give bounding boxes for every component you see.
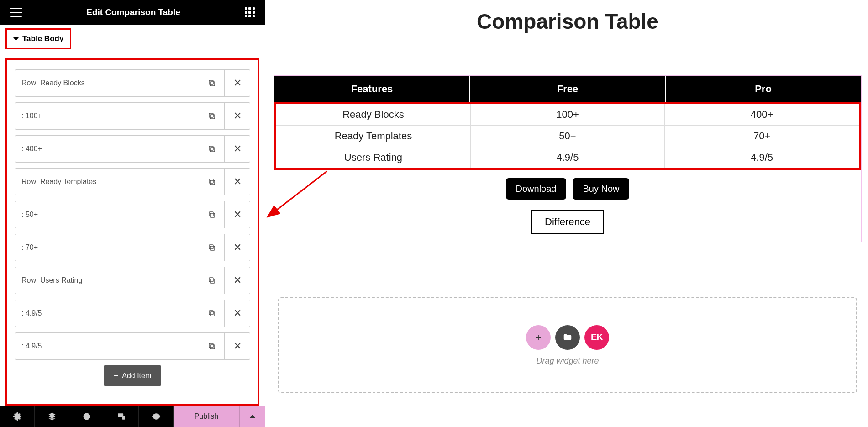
table-header-row: Features Free Pro (274, 76, 861, 102)
svg-rect-15 (209, 311, 213, 315)
delete-icon[interactable]: ✕ (224, 136, 250, 162)
duplicate-icon[interactable] (199, 169, 224, 195)
add-item-label: Add Item (122, 372, 151, 380)
table-cell: 4.9/5 (665, 147, 859, 169)
settings-icon[interactable] (0, 406, 35, 427)
folder-icon (563, 332, 573, 343)
repeater-item[interactable]: : 400+ ✕ (15, 135, 250, 163)
table-cell: Ready Templates (276, 126, 470, 147)
svg-rect-4 (210, 148, 215, 152)
preview-canvas: Comparison Table Features Free Pro (267, 0, 868, 427)
table-header-cell: Pro (665, 76, 861, 102)
repeater-item-label[interactable]: : 50+ (15, 201, 199, 228)
drop-zone-buttons: + EK (526, 325, 609, 350)
repeater-item[interactable]: : 100+ ✕ (15, 102, 250, 130)
editor-sidebar: Edit Comparison Table Table Body Row: Re… (0, 0, 265, 427)
repeater-item-label[interactable]: : 70+ (15, 234, 199, 261)
duplicate-icon[interactable] (199, 300, 224, 327)
drop-zone[interactable]: + EK Drag widget here (278, 297, 857, 393)
table-header-cell: Free (470, 76, 665, 102)
table-body-highlight: Ready Blocks 100+ 400+ Ready Templates 5… (274, 102, 861, 170)
repeater-item[interactable]: : 70+ ✕ (15, 234, 250, 261)
add-template-button[interactable] (555, 325, 580, 350)
publish-button[interactable]: Publish (174, 406, 239, 427)
repeater-item[interactable]: Row: Ready Blocks ✕ (15, 69, 250, 97)
publish-area: Publish (174, 406, 265, 427)
elementskit-button[interactable]: EK (584, 325, 609, 350)
responsive-icon[interactable] (104, 406, 139, 427)
svg-rect-2 (210, 115, 215, 119)
comparison-table-widget[interactable]: Features Free Pro Ready Blocks 100+ (274, 75, 862, 242)
duplicate-icon[interactable] (199, 234, 224, 261)
svg-rect-14 (210, 312, 215, 316)
duplicate-icon[interactable] (199, 201, 224, 228)
difference-button[interactable]: Difference (531, 210, 604, 234)
download-button[interactable]: Download (506, 178, 567, 200)
items-container: Row: Ready Blocks ✕ : 100+ ✕ : 400+ ✕ Ro… (5, 58, 259, 406)
difference-row: Difference (274, 204, 861, 242)
delete-icon[interactable]: ✕ (224, 201, 250, 228)
plus-icon: + (114, 371, 119, 380)
table-cell: 100+ (470, 104, 664, 126)
svg-rect-17 (209, 343, 213, 348)
table-row: Ready Blocks 100+ 400+ (276, 104, 859, 126)
table-cell: Ready Blocks (276, 104, 470, 126)
delete-icon[interactable]: ✕ (224, 103, 250, 129)
svg-rect-9 (209, 212, 213, 216)
duplicate-icon[interactable] (199, 70, 224, 96)
table-cell: Users Rating (276, 147, 470, 169)
apps-grid-icon[interactable] (245, 7, 255, 17)
delete-icon[interactable]: ✕ (224, 300, 250, 327)
repeater-item-label[interactable]: : 4.9/5 (15, 333, 199, 359)
svg-rect-0 (210, 82, 215, 86)
svg-rect-5 (209, 146, 213, 150)
table-cell: 400+ (665, 104, 859, 126)
repeater-item-label[interactable]: : 4.9/5 (15, 300, 199, 327)
delete-icon[interactable]: ✕ (224, 169, 250, 195)
duplicate-icon[interactable] (199, 103, 224, 129)
section-tab-label: Table Body (22, 34, 63, 43)
table-row: Ready Templates 50+ 70+ (276, 126, 859, 147)
svg-rect-7 (209, 179, 213, 183)
svg-rect-11 (209, 245, 213, 249)
repeater-item-label[interactable]: Row: Ready Blocks (15, 70, 199, 96)
repeater-item[interactable]: Row: Users Rating ✕ (15, 267, 250, 294)
table-cell: 4.9/5 (470, 147, 664, 169)
ek-logo-text: EK (591, 332, 603, 343)
repeater-item[interactable]: : 50+ ✕ (15, 201, 250, 228)
svg-rect-6 (210, 180, 215, 185)
section-tab-table-body[interactable]: Table Body (5, 28, 71, 49)
table-row: Users Rating 4.9/5 4.9/5 (276, 147, 859, 169)
panel-title: Edit Comparison Table (86, 7, 180, 17)
svg-rect-12 (210, 279, 215, 283)
preview-icon[interactable] (139, 406, 174, 427)
drop-zone-text: Drag widget here (536, 356, 599, 366)
buy-now-button[interactable]: Buy Now (573, 178, 629, 200)
delete-icon[interactable]: ✕ (224, 70, 250, 96)
svg-point-20 (155, 416, 157, 418)
bottom-toolbar: Publish (0, 406, 265, 427)
duplicate-icon[interactable] (199, 136, 224, 162)
svg-rect-3 (209, 113, 213, 117)
delete-icon[interactable]: ✕ (224, 234, 250, 261)
duplicate-icon[interactable] (199, 267, 224, 294)
duplicate-icon[interactable] (199, 333, 224, 359)
repeater-item-label[interactable]: Row: Users Rating (15, 267, 199, 294)
repeater-item-label[interactable]: : 100+ (15, 103, 199, 129)
comparison-table: Features Free Pro Ready Blocks 100+ (274, 76, 861, 170)
svg-rect-10 (210, 246, 215, 250)
repeater-item-label[interactable]: : 400+ (15, 136, 199, 162)
delete-icon[interactable]: ✕ (224, 267, 250, 294)
chevron-up-icon (249, 415, 256, 418)
repeater-item-label[interactable]: Row: Ready Templates (15, 169, 199, 195)
repeater-item[interactable]: Row: Ready Templates ✕ (15, 168, 250, 195)
delete-icon[interactable]: ✕ (224, 333, 250, 359)
repeater-item[interactable]: : 4.9/5 ✕ (15, 300, 250, 327)
repeater-item[interactable]: : 4.9/5 ✕ (15, 332, 250, 360)
publish-options-caret[interactable] (239, 406, 265, 427)
menu-icon[interactable] (10, 8, 22, 17)
navigator-icon[interactable] (35, 406, 69, 427)
add-widget-button[interactable]: + (526, 325, 551, 350)
history-icon[interactable] (69, 406, 104, 427)
add-item-button[interactable]: + Add Item (104, 365, 162, 386)
